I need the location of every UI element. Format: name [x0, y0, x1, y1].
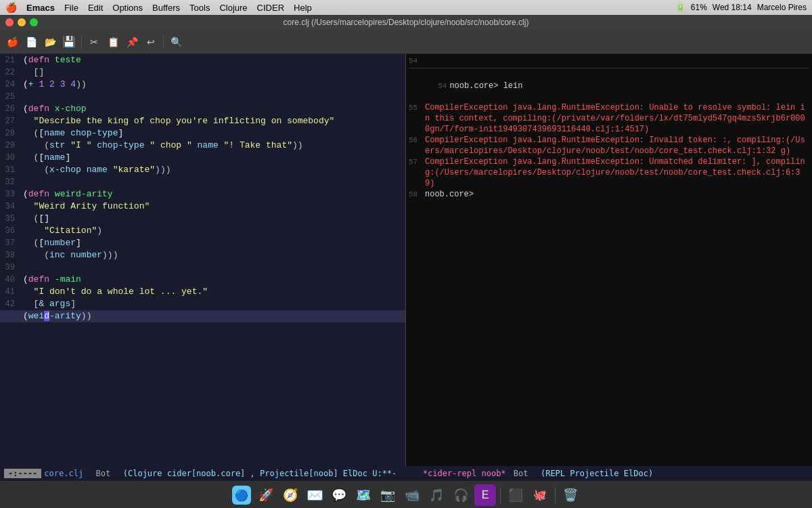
- menu-edit[interactable]: Edit: [88, 3, 103, 13]
- line-code: ([number]: [20, 237, 405, 249]
- line-number: 33: [0, 188, 20, 200]
- menu-emacs[interactable]: Emacs: [26, 3, 55, 13]
- menu-options[interactable]: Options: [112, 3, 143, 13]
- toolbar-save[interactable]: 💾: [61, 34, 77, 50]
- code-line-31: 31 (x-chop name "karate"))): [0, 164, 405, 176]
- dock-spotify[interactable]: 🎧: [450, 484, 472, 506]
- line-code: "Weird Arity function": [20, 200, 405, 213]
- line-number: 28: [0, 127, 20, 140]
- minimize-button[interactable]: [18, 18, 26, 26]
- menu-cider[interactable]: CIDER: [257, 3, 284, 13]
- line-number: 35: [0, 213, 20, 225]
- line-number: 25: [0, 91, 20, 103]
- line-number: 40: [0, 274, 20, 286]
- code-line-37: 37 ([number]: [0, 237, 405, 249]
- close-button[interactable]: [5, 18, 14, 26]
- line-number: 41: [0, 286, 20, 298]
- repl-output-line-54: 54noob.core> lein: [409, 70, 809, 102]
- line-code: []: [20, 66, 405, 79]
- line-number: 37: [0, 237, 20, 249]
- titlebar: core.clj (/Users/marcelopires/Desktop/cl…: [0, 15, 812, 30]
- dock-terminal[interactable]: ⬛: [505, 484, 526, 506]
- dock-finder[interactable]: 🔵: [231, 484, 252, 506]
- line-code: [20, 261, 405, 274]
- toolbar-paste[interactable]: 📌: [124, 34, 140, 50]
- dock-itunes[interactable]: 🎵: [426, 484, 447, 506]
- line-number: 34: [0, 200, 20, 213]
- code-line-24: 24 (+ 1 2 3 4)): [0, 79, 405, 91]
- toolbar-cut[interactable]: ✂: [86, 34, 102, 50]
- battery-level: 61%: [691, 3, 707, 12]
- toolbar-separator-2: [163, 35, 164, 49]
- line-code: ([name chop-type]: [20, 127, 405, 140]
- repl-error-line-3: CompilerException java.lang.RuntimeExcep…: [425, 156, 809, 189]
- menu-help[interactable]: Help: [294, 3, 312, 13]
- status-filename: core.clj: [44, 469, 83, 478]
- line-number: 42: [0, 298, 20, 310]
- toolbar-undo[interactable]: ↩: [143, 34, 159, 50]
- line-code: (defn weird-arity: [20, 188, 405, 200]
- repl-line-num-54: 54: [409, 56, 418, 66]
- code-line-32: 32: [0, 176, 405, 188]
- line-code: [& args]: [20, 298, 405, 310]
- menu-buffers[interactable]: Buffers: [152, 3, 180, 13]
- menu-tools[interactable]: Tools: [189, 3, 210, 13]
- toolbar-open[interactable]: 🍎: [4, 34, 20, 50]
- dock-emacs[interactable]: E: [474, 484, 496, 506]
- line-number: 32: [0, 176, 20, 188]
- toolbar-search[interactable]: 🔍: [168, 34, 184, 50]
- line-number: 29: [0, 140, 20, 152]
- code-line-41: 41 "I don't do a whole lot ... yet.": [0, 286, 405, 298]
- dock-mail[interactable]: ✉️: [304, 484, 325, 506]
- dock-facetime[interactable]: 📹: [401, 484, 423, 506]
- menu-file[interactable]: File: [64, 3, 78, 13]
- code-line-39: 39: [0, 261, 405, 274]
- menu-clojure[interactable]: Clojure: [219, 3, 247, 13]
- apple-menu[interactable]: 🍎: [5, 2, 17, 13]
- toolbar-copy[interactable]: 📋: [105, 34, 121, 50]
- toolbar-open-file[interactable]: 📂: [42, 34, 58, 50]
- dock-messages[interactable]: 💬: [328, 484, 350, 506]
- line-number: 21: [0, 54, 20, 66]
- repl-prompt-line: 58 noob.core>: [409, 189, 809, 200]
- line-number: 30: [0, 152, 20, 164]
- toolbar-new-file[interactable]: 📄: [23, 34, 39, 50]
- line-code: (str "I " chop-type " chop " name "! Tak…: [20, 140, 405, 152]
- toolbar-separator-1: [81, 35, 82, 49]
- code-line-22: 22 []: [0, 66, 405, 79]
- dock: 🔵 🚀 🧭 ✉️ 💬 🗺️ 📷 📹 🎵 🎧 E ⬛ 🐙 🗑️: [0, 481, 812, 508]
- maximize-button[interactable]: [30, 18, 38, 26]
- line-code: (defn x-chop: [20, 103, 405, 115]
- username: Marcelo Pires: [757, 3, 807, 12]
- dock-github[interactable]: 🐙: [529, 484, 551, 506]
- dock-separator: [500, 487, 501, 503]
- repl-error-line-1: CompilerException java.lang.RuntimeExcep…: [425, 102, 809, 135]
- code-line-43: (weid-arity)): [0, 310, 405, 322]
- dock-safari[interactable]: 🧭: [279, 484, 301, 506]
- code-line-34: 34 "Weird Arity function": [0, 200, 405, 213]
- line-code: ([name]: [20, 152, 405, 164]
- svg-text:🔵: 🔵: [235, 489, 248, 502]
- dock-launchpad[interactable]: 🚀: [255, 484, 277, 506]
- dock-photos[interactable]: 📷: [377, 484, 399, 506]
- code-line-36: 36 "Citation"): [0, 225, 405, 237]
- line-number: [0, 310, 20, 322]
- dock-trash[interactable]: 🗑️: [560, 484, 581, 506]
- status-mode: -:----: [4, 469, 41, 478]
- line-number: 22: [0, 66, 20, 79]
- line-code: "Citation"): [20, 225, 405, 237]
- line-number: 24: [0, 79, 20, 91]
- line-code: (defn teste: [20, 54, 405, 66]
- status-repl-name: *cider-repl noob*: [423, 469, 506, 478]
- code-line-30: 30 ([name]: [0, 152, 405, 164]
- code-editor[interactable]: 21 (defn teste 22 [] 24 (+ 1 2 3 4)) 25 …: [0, 54, 406, 466]
- line-number: 31: [0, 164, 20, 176]
- code-line-28: 28 ([name chop-type]: [0, 127, 405, 140]
- battery-icon: 🔋: [675, 3, 685, 12]
- code-line-33: 33 (defn weird-arity: [0, 188, 405, 200]
- repl-pane[interactable]: 54 54noob.core> lein 55 CompilerExceptio…: [406, 54, 812, 466]
- line-number: 38: [0, 249, 20, 261]
- code-line-25: 25: [0, 91, 405, 103]
- repl-error-block-2: 56 CompilerException java.lang.RuntimeEx…: [409, 135, 809, 156]
- dock-maps[interactable]: 🗺️: [353, 484, 374, 506]
